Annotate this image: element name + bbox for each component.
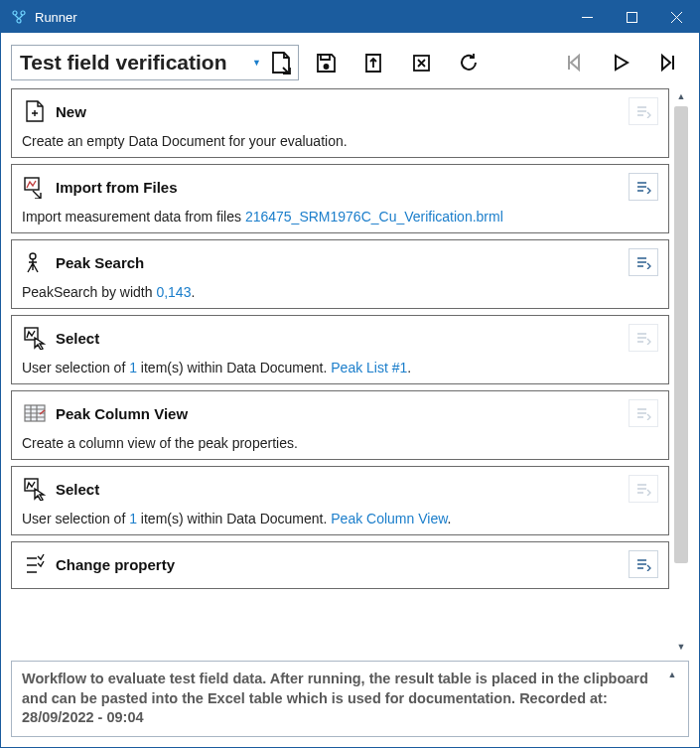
refresh-button[interactable]	[448, 45, 490, 80]
edit-step-button[interactable]	[629, 550, 658, 578]
step-title: Peak Search	[56, 254, 621, 271]
step-peak-column-view[interactable]: Peak Column View Create a column view of…	[11, 390, 669, 460]
workflow-dropdown[interactable]: Test field verification ▼	[11, 45, 299, 80]
workflow-dropdown-text: Test field verification	[20, 51, 252, 75]
svg-point-2	[17, 19, 21, 23]
svg-point-0	[13, 11, 17, 15]
step-peak-search[interactable]: Peak Search PeakSearch by width 0,143.	[11, 239, 669, 309]
edit-step-button[interactable]	[629, 97, 658, 125]
change-property-icon	[22, 551, 48, 577]
export-button[interactable]	[352, 45, 394, 80]
peak-search-icon	[22, 249, 48, 275]
count-link[interactable]: 1	[129, 360, 137, 375]
svg-point-1	[21, 11, 25, 15]
svg-rect-3	[628, 12, 637, 22]
count-link[interactable]: 1	[129, 511, 137, 526]
scroll-thumb[interactable]	[674, 106, 688, 563]
close-button[interactable]	[654, 1, 699, 33]
step-title: New	[56, 103, 621, 120]
new-file-icon	[22, 98, 48, 124]
step-description: Create an empty Data Document for your e…	[22, 133, 658, 149]
step-new[interactable]: New Create an empty Data Document for yo…	[11, 88, 669, 158]
new-doc-icon	[268, 49, 294, 76]
save-button[interactable]	[305, 45, 347, 80]
step-select-2[interactable]: Select User selection of 1 item(s) withi…	[11, 466, 669, 535]
import-icon	[22, 174, 48, 200]
edit-step-button[interactable]	[629, 248, 658, 276]
go-start-button[interactable]	[552, 45, 594, 80]
minimize-button[interactable]	[565, 1, 610, 33]
go-end-button[interactable]	[647, 45, 689, 80]
step-description: User selection of 1 item(s) within Data …	[22, 511, 658, 526]
step-title: Peak Column View	[56, 405, 621, 422]
column-view-icon	[22, 400, 48, 426]
app-icon	[9, 7, 29, 27]
step-import-from-files[interactable]: Import from Files Import measurement dat…	[11, 164, 669, 233]
edit-step-button[interactable]	[629, 399, 658, 427]
workflow-description-panel: Workflow to evaluate test field data. Af…	[11, 661, 689, 737]
svg-point-4	[325, 65, 329, 69]
target-link[interactable]: Peak Column View	[331, 511, 447, 526]
runner-window: Runner Test field verification ▼	[0, 0, 700, 748]
delete-button[interactable]	[400, 45, 442, 80]
window-title: Runner	[35, 10, 565, 25]
svg-point-7	[30, 253, 36, 259]
footer-scroll-up-icon[interactable]: ▲	[666, 670, 678, 679]
select-icon	[22, 325, 48, 351]
step-title: Import from Files	[56, 179, 621, 196]
chevron-down-icon: ▼	[252, 58, 262, 68]
step-change-property[interactable]: Change property	[11, 541, 669, 589]
maximize-button[interactable]	[610, 1, 654, 33]
edit-step-button[interactable]	[629, 475, 658, 503]
step-title: Change property	[56, 556, 621, 573]
step-description: PeakSearch by width 0,143.	[22, 284, 658, 300]
select-icon	[22, 476, 48, 502]
toolbar: Test field verification ▼	[11, 43, 689, 82]
step-description: User selection of 1 item(s) within Data …	[22, 360, 658, 375]
step-title: Select	[56, 481, 621, 498]
steps-scrollbar[interactable]: ▲ ▼	[673, 88, 689, 655]
target-link[interactable]: Peak List #1	[331, 360, 407, 375]
step-title: Select	[56, 330, 621, 347]
step-select-1[interactable]: Select User selection of 1 item(s) withi…	[11, 315, 669, 384]
run-button[interactable]	[600, 45, 641, 80]
scroll-down-icon[interactable]: ▼	[673, 639, 689, 655]
edit-step-button[interactable]	[629, 324, 658, 352]
scroll-up-icon[interactable]: ▲	[673, 88, 689, 104]
titlebar: Runner	[1, 1, 699, 33]
step-description: Create a column view of the peak propert…	[22, 435, 658, 451]
steps-list: New Create an empty Data Document for yo…	[11, 88, 669, 655]
file-link[interactable]: 216475_SRM1976C_Cu_Verification.brml	[245, 209, 503, 224]
workflow-description-text: Workflow to evaluate test field data. Af…	[22, 670, 660, 728]
edit-step-button[interactable]	[629, 173, 658, 201]
width-link[interactable]: 0,143	[156, 284, 191, 300]
step-description: Import measurement data from files 21647…	[22, 209, 658, 224]
